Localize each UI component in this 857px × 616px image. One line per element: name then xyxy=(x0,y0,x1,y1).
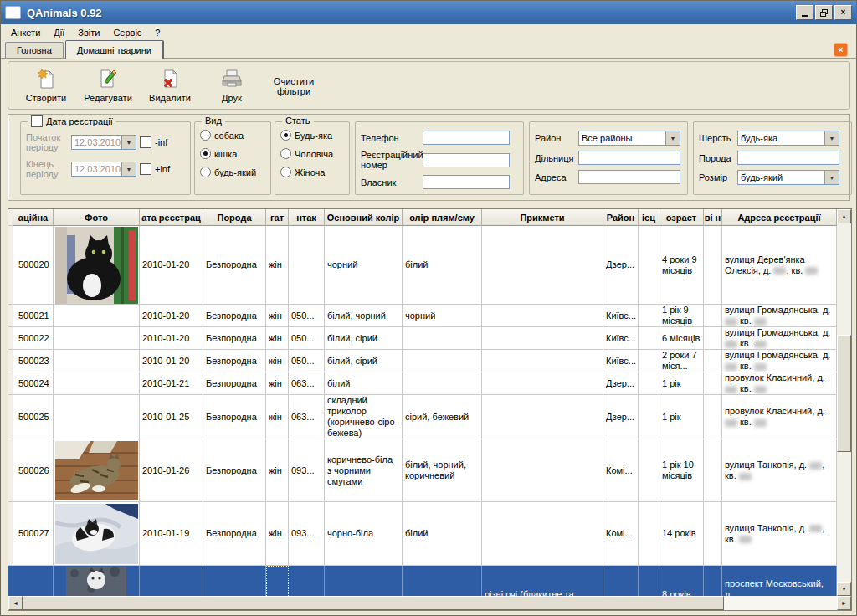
toolbar-button-4[interactable]: Друк xyxy=(201,62,263,109)
scroll-down-button[interactable]: ▼ xyxy=(837,582,851,596)
cell-marks xyxy=(482,327,603,350)
table-row[interactable]: 5000262010-01-26Безпороднажін093...корич… xyxy=(8,439,837,502)
cell-text: 500026 xyxy=(16,465,50,476)
animal-input-2[interactable] xyxy=(737,151,839,165)
close-button[interactable]: × xyxy=(834,5,852,20)
species-radio-2[interactable] xyxy=(200,148,211,159)
scroll-up-button[interactable]: ▲ xyxy=(837,209,851,223)
window-title: QAnimals 0.92 xyxy=(27,7,794,19)
period-start-combo[interactable]: 12.03.2010 ▼ xyxy=(71,135,136,150)
contact-input-1[interactable] xyxy=(423,131,510,145)
column-header-id[interactable]: аційна xyxy=(13,209,54,226)
toolbar-button-3[interactable]: Видалити xyxy=(139,62,201,109)
contact-field-label-3: Власник xyxy=(361,177,419,187)
cell-contact: 063... xyxy=(289,372,325,395)
animal-field-label-2: Порода xyxy=(699,153,734,163)
restore-button[interactable] xyxy=(815,5,833,20)
column-header-color[interactable]: Основний колір xyxy=(325,209,403,226)
table-row[interactable]: 5000252010-01-25Безпороднажін063...склад… xyxy=(8,395,837,439)
menu-item-2[interactable]: Дії xyxy=(47,26,71,39)
tab-close-button[interactable]: × xyxy=(834,43,848,57)
column-header-age[interactable]: озраст xyxy=(659,209,704,226)
tab-home[interactable]: Головна xyxy=(5,42,64,58)
column-header-district[interactable]: Район xyxy=(603,209,639,226)
menu-item-3[interactable]: Звіти xyxy=(71,26,106,39)
contact-input-2[interactable] xyxy=(423,153,510,167)
vertical-scroll-thumb[interactable] xyxy=(837,335,851,452)
sex-radio-2[interactable] xyxy=(280,148,291,159)
menu-item-4[interactable]: Сервіс xyxy=(106,26,148,39)
table-row-selected[interactable]: різні очі (блакитне та8 роківпроспект Мо… xyxy=(8,566,837,596)
menu-item-1[interactable]: Анкети xyxy=(4,26,47,39)
chevron-down-icon[interactable]: ▼ xyxy=(665,131,680,145)
cell-id xyxy=(13,566,54,596)
contact-input-3[interactable] xyxy=(423,175,510,189)
date-filter-title: Дата реєстрації xyxy=(46,116,113,126)
toolbar-button-label: Редагувати xyxy=(84,93,132,103)
sex-radio-1[interactable] xyxy=(280,130,291,141)
column-header-breed[interactable]: Порода xyxy=(203,209,266,226)
contact-field-row: Реєстраційний номер xyxy=(361,150,518,170)
table-row[interactable]: 5000242010-01-21Безпороднажін063...білий… xyxy=(8,372,837,395)
cell-date: 2010-01-20 xyxy=(140,327,203,350)
vertical-scrollbar[interactable]: ▲ ▼ xyxy=(837,209,851,596)
loc-input-3[interactable] xyxy=(578,170,680,184)
sex-radio-3[interactable] xyxy=(280,167,291,177)
toolbar-button-2[interactable]: Редагувати xyxy=(77,62,139,109)
species-radio-3[interactable] xyxy=(200,167,211,177)
cell-sex: жін xyxy=(266,502,289,566)
horizontal-scrollbar[interactable]: ◄ ► xyxy=(8,596,851,610)
cell-marks: різні очі (блакитне та xyxy=(482,566,603,596)
scroll-right-button[interactable]: ► xyxy=(837,596,851,610)
chevron-down-icon[interactable]: ▼ xyxy=(824,131,839,145)
loc-input-2[interactable] xyxy=(578,151,680,165)
table-row[interactable]: 5000222010-01-20Безпороднажін050...білий… xyxy=(8,327,837,350)
tab-pets[interactable]: Домашні тварини xyxy=(65,40,164,59)
cell-id: 500020 xyxy=(13,226,54,305)
column-header-misc[interactable]: ісц xyxy=(639,209,659,226)
sex-label-3: Жіноча xyxy=(295,167,325,177)
column-header-date[interactable]: ата реєстрац xyxy=(140,209,203,226)
minimize-button[interactable] xyxy=(796,5,813,20)
chevron-down-icon[interactable]: ▼ xyxy=(824,171,839,184)
cell-photo xyxy=(54,502,140,566)
menu-item-5[interactable]: ? xyxy=(148,26,167,39)
animal-select-1[interactable]: будь-яка▼ xyxy=(737,131,839,146)
loc-field-row: Адреса xyxy=(535,170,682,184)
column-header-marks[interactable]: Прикмети xyxy=(482,209,603,226)
horizontal-scroll-track[interactable] xyxy=(724,596,837,610)
cell-contact: 050... xyxy=(289,350,325,372)
column-header-photo[interactable]: Фото xyxy=(54,209,140,226)
column-header-address[interactable]: Адреса реєстрації xyxy=(722,209,837,226)
cell-text: вулиця Танкопія, д. , кв. xyxy=(725,459,834,481)
horizontal-scroll-thumb[interactable] xyxy=(23,596,724,610)
cell-text: Безпородна xyxy=(206,378,263,389)
plus-inf-checkbox[interactable] xyxy=(140,163,151,175)
contact-field-row: Власник xyxy=(361,175,518,189)
cell-address: провулок Класичний, д. кв. xyxy=(722,395,837,439)
period-end-combo[interactable]: 12.03.2010 ▼ xyxy=(71,162,136,177)
column-header-vi[interactable]: ві н xyxy=(704,209,722,226)
cell-text: 093... xyxy=(291,528,321,539)
table-row[interactable]: 5000232010-01-20Безпороднажін050...білий… xyxy=(8,350,837,372)
cell-date: 2010-01-20 xyxy=(140,350,203,372)
chevron-down-icon[interactable]: ▼ xyxy=(121,162,136,176)
column-header-spots[interactable]: олір плям/сму xyxy=(403,209,482,226)
chevron-down-icon[interactable]: ▼ xyxy=(121,136,136,149)
animal-select-3[interactable]: будь-який▼ xyxy=(737,170,839,185)
toolbar-button-1[interactable]: Створити xyxy=(15,62,77,109)
cell-text: 1 рік xyxy=(662,412,700,423)
minus-inf-checkbox[interactable] xyxy=(140,136,151,148)
cell-text: вулиця Громадянська, д. кв. xyxy=(725,305,834,326)
table-row[interactable]: 5000202010-01-20Безпороднажінчорнийбілий… xyxy=(8,226,837,305)
table-row[interactable]: 5000212010-01-20Безпороднажін050...білий… xyxy=(8,305,837,327)
column-header-sex[interactable]: гат xyxy=(266,209,289,226)
date-filter-checkbox[interactable] xyxy=(31,116,43,127)
cell-text: жін xyxy=(269,311,285,321)
species-radio-1[interactable] xyxy=(200,130,211,141)
loc-select-1[interactable]: Все районы▼ xyxy=(578,131,680,146)
table-row[interactable]: 5000272010-01-19Безпороднажін093...чорно… xyxy=(8,502,837,566)
column-header-contact[interactable]: нтак xyxy=(289,209,325,226)
toolbar-button-5[interactable]: Очистити фільтри xyxy=(263,62,325,109)
scroll-left-button[interactable]: ◄ xyxy=(8,596,23,610)
